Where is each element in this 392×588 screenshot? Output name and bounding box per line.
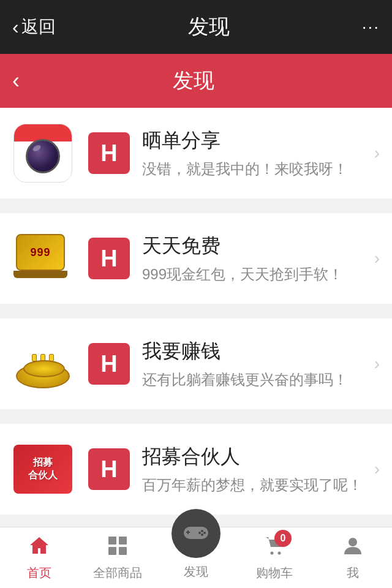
h-badge-daily: H bbox=[88, 238, 130, 279]
share-order-desc: 没错，就是我中的！来咬我呀！ bbox=[142, 159, 368, 179]
earn-money-title: 我要赚钱 bbox=[142, 338, 368, 365]
slot-icon: 999 bbox=[13, 234, 72, 283]
tab-label-me: 我 bbox=[347, 565, 359, 581]
daily-free-title: 天天免费 bbox=[142, 233, 368, 260]
tab-item-home[interactable]: 首页 bbox=[0, 527, 78, 588]
page-title: 发现 bbox=[188, 13, 230, 41]
top-nav-bar: ‹ 返回 发现 ··· bbox=[0, 0, 392, 54]
share-order-title: 晒单分享 bbox=[142, 127, 368, 154]
daily-free-icon-wrap: 999 bbox=[12, 228, 74, 289]
tab-label-discover: 发现 bbox=[184, 564, 208, 580]
more-button[interactable]: ··· bbox=[362, 17, 380, 37]
earn-money-icon-wrap bbox=[12, 333, 74, 394]
recruit-line1: 招募 bbox=[33, 456, 53, 469]
sub-header: ‹ 发现 bbox=[0, 54, 392, 108]
tab-item-all-products[interactable]: 全部商品 bbox=[78, 527, 157, 588]
sub-header-title: 发现 bbox=[29, 67, 358, 95]
tab-label-all-products: 全部商品 bbox=[93, 565, 142, 581]
tab-item-me[interactable]: 我 bbox=[314, 527, 392, 588]
list-item-earn-money[interactable]: H 我要赚钱 还有比躺着赚钱更兴奋的事吗！ › bbox=[0, 318, 392, 409]
earn-money-content: 我要赚钱 还有比躺着赚钱更兴奋的事吗！ bbox=[142, 338, 368, 390]
svg-point-12 bbox=[278, 551, 281, 554]
svg-rect-6 bbox=[187, 530, 189, 534]
h-badge-share: H bbox=[88, 132, 130, 174]
daily-free-desc: 999现金红包，天天抢到手软！ bbox=[142, 265, 368, 284]
daily-free-chevron-icon: › bbox=[374, 249, 380, 268]
gamepad-icon bbox=[183, 522, 209, 545]
recruit-content: 招募合伙人 百万年薪的梦想，就要实现了呢！ bbox=[142, 443, 368, 495]
h-badge-recruit: H bbox=[88, 448, 130, 490]
cart-wrap: 0 bbox=[263, 535, 285, 562]
svg-rect-0 bbox=[108, 537, 116, 545]
tab-label-home: 首页 bbox=[27, 565, 51, 581]
share-order-chevron-icon: › bbox=[374, 143, 380, 163]
slot-base bbox=[13, 271, 67, 278]
back-chevron-icon: ‹ bbox=[12, 16, 19, 39]
share-order-icon-wrap bbox=[12, 123, 74, 184]
list-item-daily-free[interactable]: 999 H 天天免费 999现金红包，天天抢到手软！ › bbox=[0, 213, 392, 304]
svg-point-11 bbox=[271, 551, 274, 554]
back-label: 返回 bbox=[21, 15, 56, 39]
coin-pile bbox=[16, 364, 70, 388]
gamepad-circle bbox=[172, 509, 221, 558]
recruit-line2: 合伙人 bbox=[28, 469, 58, 482]
svg-rect-2 bbox=[108, 547, 116, 555]
content-area: H 晒单分享 没错，就是我中的！来咬我呀！ › 999 H 天天免费 999现金… bbox=[0, 108, 392, 527]
svg-point-7 bbox=[201, 530, 203, 532]
separator-3 bbox=[0, 417, 392, 424]
svg-point-9 bbox=[198, 532, 201, 534]
home-icon bbox=[28, 535, 50, 562]
h-badge-earn: H bbox=[88, 343, 130, 385]
tab-label-cart: 购物车 bbox=[256, 565, 293, 581]
separator-1 bbox=[0, 206, 392, 213]
separator-2 bbox=[0, 311, 392, 318]
daily-free-content: 天天免费 999现金红包，天天抢到手软！ bbox=[142, 233, 368, 284]
svg-point-10 bbox=[201, 533, 203, 536]
earn-money-desc: 还有比躺着赚钱更兴奋的事吗！ bbox=[142, 370, 368, 390]
person-icon bbox=[342, 535, 364, 562]
recruit-icon: 招募 合伙人 bbox=[13, 445, 72, 494]
list-item-share-order[interactable]: H 晒单分享 没错，就是我中的！来咬我呀！ › bbox=[0, 108, 392, 198]
recruit-chevron-icon: › bbox=[374, 459, 380, 479]
coins-icon bbox=[13, 339, 72, 388]
recruit-icon-wrap: 招募 合伙人 bbox=[12, 439, 74, 500]
tab-item-discover[interactable]: 发现 bbox=[157, 527, 235, 588]
earn-money-chevron-icon: › bbox=[374, 354, 380, 374]
list-item-recruit[interactable]: 招募 合伙人 H 招募合伙人 百万年薪的梦想，就要实现了呢！ › bbox=[0, 424, 392, 514]
cart-badge: 0 bbox=[274, 530, 292, 547]
back-button[interactable]: ‹ 返回 bbox=[12, 15, 56, 39]
tab-item-cart[interactable]: 0 购物车 bbox=[235, 527, 314, 588]
recruit-title: 招募合伙人 bbox=[142, 443, 368, 470]
sub-back-button[interactable]: ‹ bbox=[12, 68, 20, 94]
share-order-content: 晒单分享 没错，就是我中的！来咬我呀！ bbox=[142, 127, 368, 179]
camera-icon bbox=[13, 124, 72, 183]
cart-icon: 0 bbox=[263, 535, 285, 562]
svg-point-13 bbox=[349, 538, 357, 546]
svg-point-8 bbox=[203, 532, 206, 534]
tab-bar: 首页 全部商品 bbox=[0, 527, 392, 588]
slot-body: 999 bbox=[16, 234, 65, 271]
recruit-desc: 百万年薪的梦想，就要实现了呢！ bbox=[142, 475, 368, 495]
svg-rect-3 bbox=[119, 547, 127, 555]
svg-rect-1 bbox=[119, 537, 127, 545]
grid-icon bbox=[107, 535, 129, 562]
